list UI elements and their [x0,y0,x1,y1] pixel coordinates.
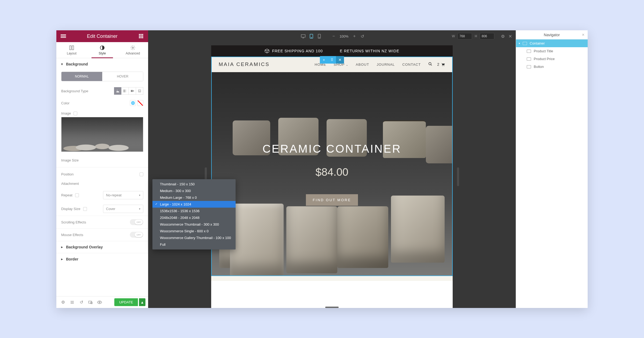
tree-item-product-price[interactable]: Product Price [516,55,588,63]
update-button[interactable]: UPDATE [114,298,138,306]
device-desktop-icon[interactable] [299,32,307,40]
hero-price: $84.00 [316,166,348,178]
svg-point-30 [429,63,431,65]
promo-bar: FREE SHIPPING AND 100 E RETURNS WITHIN N… [211,45,453,57]
mouse-effects-toggle[interactable]: OFF [130,232,143,238]
dropdown-option[interactable]: Full [152,241,236,248]
tab-style[interactable]: Style [87,42,118,58]
resize-handle-bottom[interactable] [325,307,339,308]
dropdown-option[interactable]: Woocommerce Single - 600 x 0 [152,228,236,234]
tree-item-button[interactable]: Button [516,63,588,71]
hero-cta-button[interactable]: FIND OUT MORE [306,194,358,206]
dropdown-option[interactable]: 1536x1536 - 1536 x 1536 [152,208,236,214]
dropdown-option[interactable]: Woocommerce Gallery Thumbnail - 100 x 10… [152,234,236,241]
panel-footer: ⚙ ↺ UPDATE ▴ [56,296,148,308]
canvas-close-icon[interactable]: ✕ [508,34,512,39]
zoom-in-button[interactable]: + [352,34,357,39]
dropdown-option[interactable]: Medium - 300 x 300 [152,188,236,194]
nav-about[interactable]: ABOUT [356,63,369,67]
svg-rect-18 [125,90,125,93]
chevron-right-icon: ▸ [61,257,63,261]
tab-layout-label: Layout [67,52,76,55]
tree-item-product-title[interactable]: Product Title [516,47,588,55]
close-icon[interactable]: × [582,32,584,37]
chevron-down-icon: ⌄ [346,63,348,66]
image-preview[interactable] [61,117,143,152]
hero-title: CERAMIC CONTAINER [262,142,401,155]
zoom-reset-button[interactable]: ↺ [360,34,365,39]
responsive-icon[interactable] [75,193,79,197]
box-icon [265,49,269,53]
bg-type-classic-icon[interactable] [114,87,122,95]
promo-text: FREE SHIPPING AND 100 E RETURNS WITHIN N… [272,49,399,53]
search-icon[interactable] [428,62,432,67]
hamburger-icon[interactable] [60,33,67,39]
nav-contact[interactable]: CONTACT [402,63,421,67]
tree-item-container[interactable]: ▾ Container [516,39,588,47]
repeat-label: Repeat [61,193,72,197]
device-tablet-icon[interactable] [307,32,315,40]
svg-rect-8 [142,36,143,37]
section-bg-overlay[interactable]: ▸ Background Overlay [56,241,148,253]
section-border[interactable]: ▸ Border [56,253,148,265]
responsive-icon[interactable] [83,207,87,211]
update-more-button[interactable]: ▴ [139,298,145,306]
zoom-out-button[interactable]: − [331,34,336,39]
width-label: W [452,34,455,38]
preview-icon[interactable] [96,298,104,306]
tab-layout[interactable]: Layout [56,42,87,58]
edit-section-button[interactable]: ⠿ [328,56,336,64]
width-input[interactable] [458,33,472,39]
bg-type-video-icon[interactable] [129,87,136,95]
responsive-icon[interactable] [140,172,143,176]
tab-advanced[interactable]: Advanced [118,42,148,58]
image-size-row: Image Size [56,152,148,165]
site-logo[interactable]: MAIA CERAMICS [219,61,270,67]
section-background[interactable]: ▾ Background [56,58,148,70]
seg-normal[interactable]: NORMAL [61,72,102,81]
svg-point-15 [132,47,134,48]
selection-handle: + ⠿ ✕ [320,56,344,64]
bg-type-gradient-icon[interactable] [121,87,129,95]
cart-button[interactable]: 2 [437,62,445,67]
history-icon[interactable]: ↺ [77,298,85,306]
resize-handle-right[interactable] [457,167,459,186]
state-toggle: NORMAL HOVER [61,72,143,81]
nav-journal[interactable]: JOURNAL [377,63,395,67]
delete-section-button[interactable]: ✕ [336,56,344,64]
chevron-right-icon: ▸ [61,245,63,249]
scrolling-effects-toggle[interactable]: OFF [130,219,143,225]
repeat-select[interactable]: No-repeat▾ [103,191,143,199]
svg-point-32 [444,65,444,66]
dropdown-option-selected[interactable]: Large - 1024 x 1024 [152,201,236,208]
widget-icon [527,57,531,61]
device-mobile-icon[interactable] [315,32,323,40]
bg-type-slideshow-icon[interactable] [136,87,143,95]
dropdown-option[interactable]: 2048x2048 - 2048 x 2048 [152,214,236,221]
display-size-select[interactable]: Cover▾ [103,205,143,213]
container-icon [523,42,527,45]
dropdown-option[interactable]: Woocommerce Thumbnail - 300 x 300 [152,221,236,228]
image-size-dropdown: Thumbnail - 150 x 150 Medium - 300 x 300… [152,179,236,249]
responsive-icon[interactable] [74,112,77,115]
responsive-mode-icon[interactable] [86,298,94,306]
navigator-icon[interactable] [68,298,76,306]
settings-icon[interactable]: ⚙ [59,298,67,306]
svg-rect-11 [142,37,143,38]
widgets-grid-icon[interactable] [138,33,144,39]
panel-header: Edit Container [56,30,148,42]
navigator-panel: Navigator × ▾ Container Product Title Pr… [516,30,588,308]
add-section-button[interactable]: + [320,56,328,64]
canvas-settings-icon[interactable]: ⚙ [501,34,505,39]
color-picker[interactable] [137,100,143,106]
dropdown-option[interactable]: Medium Large - 768 x 0 [152,194,236,201]
global-color-icon[interactable]: 🌐 [130,100,136,106]
hero-section: CERAMIC CONTAINER $84.00 FIND OUT MORE [211,72,453,276]
attachment-label: Attachment [61,182,79,186]
seg-hover[interactable]: HOVER [102,72,143,81]
left-sidebar: Edit Container Layout Style Advanced ▾ [56,30,148,308]
dropdown-option[interactable]: Thumbnail - 150 x 150 [152,181,236,188]
section-background-label: Background [66,62,88,66]
attachment-row: Attachment [56,179,148,188]
height-input[interactable] [480,33,494,39]
